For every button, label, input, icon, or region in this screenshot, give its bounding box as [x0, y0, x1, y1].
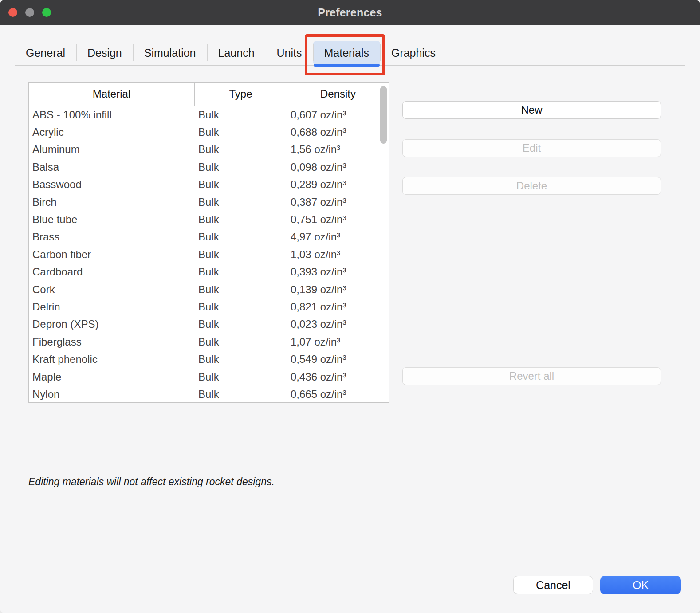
- cell-material: ABS - 100% infill: [29, 109, 195, 121]
- table-row[interactable]: Nylon Bulk 0,665 oz/in³: [29, 385, 389, 403]
- cell-type: Bulk: [195, 336, 287, 348]
- cell-type: Bulk: [195, 388, 287, 401]
- tab-units[interactable]: Units: [266, 41, 313, 65]
- cell-material: Depron (XPS): [29, 318, 195, 330]
- cell-type: Bulk: [195, 178, 287, 191]
- table-row[interactable]: Aluminum Bulk 1,56 oz/in³: [29, 141, 389, 158]
- cell-material: Acrylic: [29, 126, 195, 138]
- cell-density: 0,751 oz/in³: [287, 213, 389, 226]
- traffic-lights: [8, 8, 51, 17]
- cancel-button[interactable]: Cancel: [513, 576, 593, 594]
- cell-density: 0,023 oz/in³: [287, 318, 389, 330]
- table-row[interactable]: Carbon fiber Bulk 1,03 oz/in³: [29, 246, 389, 263]
- cell-type: Bulk: [195, 161, 287, 173]
- cell-density: 0,387 oz/in³: [287, 196, 389, 208]
- delete-button[interactable]: Delete: [402, 177, 661, 195]
- cell-material: Nylon: [29, 388, 195, 401]
- cell-material: Delrin: [29, 301, 195, 313]
- tab-label: Graphics: [391, 47, 436, 59]
- cell-type: Bulk: [195, 371, 287, 383]
- cell-type: Bulk: [195, 318, 287, 330]
- cell-material: Cardboard: [29, 266, 195, 278]
- table-row[interactable]: Maple Bulk 0,436 oz/in³: [29, 368, 389, 385]
- table-row[interactable]: Fiberglass Bulk 1,07 oz/in³: [29, 333, 389, 350]
- cell-density: 0,098 oz/in³: [287, 161, 389, 173]
- materials-note: Editing materials will not affect existi…: [28, 476, 275, 488]
- column-header-density: Density: [287, 83, 389, 106]
- tab-materials[interactable]: Materials: [313, 41, 380, 65]
- ok-button[interactable]: OK: [600, 576, 681, 594]
- cell-density: 0,289 oz/in³: [287, 178, 389, 191]
- tab-design[interactable]: Design: [76, 41, 133, 65]
- edit-button[interactable]: Edit: [402, 139, 661, 157]
- cell-material: Brass: [29, 231, 195, 243]
- cell-density: 0,436 oz/in³: [287, 371, 389, 383]
- table-row[interactable]: Delrin Bulk 0,821 oz/in³: [29, 298, 389, 315]
- cell-type: Bulk: [195, 353, 287, 365]
- cell-material: Balsa: [29, 161, 195, 173]
- column-header-type: Type: [195, 83, 287, 106]
- tab-label: Units: [277, 47, 302, 59]
- cell-material: Carbon fiber: [29, 248, 195, 261]
- cell-type: Bulk: [195, 266, 287, 278]
- table-row[interactable]: Birch Bulk 0,387 oz/in³: [29, 193, 389, 211]
- window-title: Preferences: [318, 6, 382, 19]
- tab-label: Materials: [324, 47, 369, 59]
- table-row[interactable]: Basswood Bulk 0,289 oz/in³: [29, 176, 389, 193]
- minimize-button[interactable]: [25, 8, 34, 17]
- cell-density: 1,56 oz/in³: [287, 143, 389, 156]
- table-row[interactable]: Blue tube Bulk 0,751 oz/in³: [29, 211, 389, 228]
- cell-material: Birch: [29, 196, 195, 208]
- tab-label: General: [26, 47, 65, 59]
- zoom-button[interactable]: [42, 8, 51, 17]
- cell-density: 1,03 oz/in³: [287, 248, 389, 261]
- cell-type: Bulk: [195, 126, 287, 138]
- scrollbar-thumb[interactable]: [380, 86, 387, 144]
- cell-density: 0,139 oz/in³: [287, 283, 389, 296]
- tab-bar: General Design Simulation Launch Units M…: [15, 41, 685, 66]
- table-header: Material Type Density: [29, 83, 389, 106]
- materials-table: Material Type Density ABS - 100% infill …: [28, 82, 389, 403]
- cell-density: 0,607 oz/in³: [287, 109, 389, 121]
- cell-material: Aluminum: [29, 143, 195, 156]
- revert-all-button[interactable]: Revert all: [402, 367, 661, 385]
- cell-type: Bulk: [195, 143, 287, 156]
- cell-density: 0,393 oz/in³: [287, 266, 389, 278]
- table-row[interactable]: Depron (XPS) Bulk 0,023 oz/in³: [29, 316, 389, 333]
- cell-density: 0,821 oz/in³: [287, 301, 389, 313]
- cell-material: Cork: [29, 283, 195, 296]
- cell-material: Basswood: [29, 178, 195, 191]
- preferences-window: Preferences General Design Simulation La…: [0, 0, 700, 613]
- tab-simulation[interactable]: Simulation: [133, 41, 207, 65]
- cell-type: Bulk: [195, 283, 287, 296]
- table-row[interactable]: Acrylic Bulk 0,688 oz/in³: [29, 123, 389, 141]
- cell-density: 0,688 oz/in³: [287, 126, 389, 138]
- tab-label: Design: [87, 47, 122, 59]
- new-button[interactable]: New: [402, 101, 661, 119]
- tab-launch[interactable]: Launch: [207, 41, 266, 65]
- cell-material: Blue tube: [29, 213, 195, 226]
- cell-type: Bulk: [195, 301, 287, 313]
- tab-graphics[interactable]: Graphics: [380, 41, 447, 65]
- close-button[interactable]: [8, 8, 17, 17]
- table-body: ABS - 100% infill Bulk 0,607 oz/in³ Acry…: [29, 106, 389, 403]
- cell-material: Kraft phenolic: [29, 353, 195, 365]
- cell-type: Bulk: [195, 109, 287, 121]
- titlebar: Preferences: [0, 0, 700, 25]
- table-row[interactable]: Balsa Bulk 0,098 oz/in³: [29, 158, 389, 176]
- tab-general[interactable]: General: [15, 41, 76, 65]
- cell-density: 1,07 oz/in³: [287, 336, 389, 348]
- cell-density: 0,665 oz/in³: [287, 388, 389, 401]
- cell-density: 4,97 oz/in³: [287, 231, 389, 243]
- tab-label: Simulation: [144, 47, 196, 59]
- tab-label: Launch: [218, 47, 255, 59]
- table-row[interactable]: Cardboard Bulk 0,393 oz/in³: [29, 263, 389, 281]
- cell-type: Bulk: [195, 248, 287, 261]
- table-row[interactable]: ABS - 100% infill Bulk 0,607 oz/in³: [29, 106, 389, 123]
- cell-material: Maple: [29, 371, 195, 383]
- column-header-material: Material: [29, 83, 195, 106]
- table-row[interactable]: Kraft phenolic Bulk 0,549 oz/in³: [29, 350, 389, 368]
- table-row[interactable]: Brass Bulk 4,97 oz/in³: [29, 228, 389, 246]
- cell-type: Bulk: [195, 196, 287, 208]
- table-row[interactable]: Cork Bulk 0,139 oz/in³: [29, 281, 389, 298]
